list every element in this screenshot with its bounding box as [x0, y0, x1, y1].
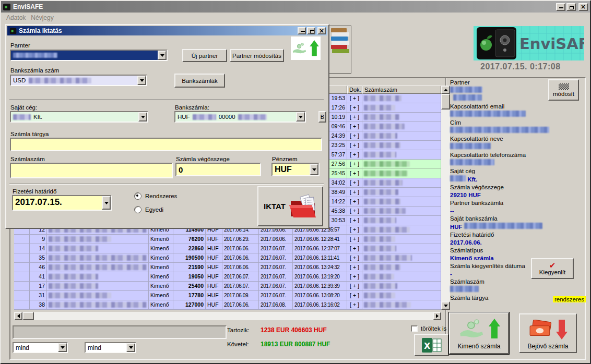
cell-dok[interactable]: [ + ] [347, 263, 362, 272]
cell-dok[interactable]: [ + ] [347, 131, 362, 141]
table-row[interactable]: 35Kimenő190500HUF2017.06.06.2017.06.07.2… [14, 253, 441, 263]
own-company-combo[interactable]: Kft. [10, 111, 148, 123]
vscroll-thumb[interactable] [441, 94, 450, 110]
cell-dok[interactable]: [ + ] [347, 122, 362, 131]
chevron-down-icon[interactable] [58, 343, 67, 352]
dialog-minimize-button[interactable] [298, 27, 306, 34]
total-input[interactable]: 0 [175, 163, 261, 176]
dialog-close-button[interactable]: × [317, 27, 326, 34]
scroll-down-button[interactable] [441, 301, 450, 310]
currency-combo[interactable]: HUF [271, 163, 320, 176]
table-row[interactable]: 31Kimenő17780HUF2017.06.09.2017.06.07.20… [14, 291, 441, 300]
cell-dok[interactable]: [ + ] [347, 150, 362, 160]
cell-dok[interactable]: [ + ] [347, 160, 362, 169]
radio-regular[interactable] [134, 192, 141, 200]
schedule-single-option[interactable]: Egyedi [134, 206, 163, 213]
cell-partner-name [47, 253, 149, 263]
radio-single[interactable] [134, 206, 141, 213]
partner-label: Parnter [10, 42, 30, 48]
cell-dok[interactable]: [ + ] [347, 225, 362, 235]
redacted-text [49, 283, 98, 289]
cell-dok[interactable]: [ + ] [347, 272, 362, 282]
menu-nevjegy[interactable]: Névjegy [31, 14, 53, 21]
books-button[interactable] [329, 26, 351, 74]
cell-dok[interactable]: [ + ] [347, 103, 362, 113]
menu-adatok[interactable]: Adatok [6, 14, 26, 21]
filter-combo-2[interactable]: mind [85, 342, 136, 353]
bejovo-szamla-button[interactable]: Bejövő számla [519, 313, 577, 353]
cell-dok[interactable]: [ + ] [347, 282, 362, 291]
modosit-label: módosít [553, 91, 574, 97]
table-hscrollbar[interactable] [14, 312, 441, 320]
window-maximize-button[interactable] [566, 3, 576, 11]
cell-dok[interactable]: [ + ] [347, 113, 362, 122]
new-partner-button[interactable]: Új partner [182, 49, 227, 62]
cell-dok[interactable]: [ + ] [347, 197, 362, 207]
chevron-down-icon[interactable] [137, 76, 146, 85]
own-bank-combo[interactable]: HUF 00000 [174, 111, 306, 123]
cell-dok[interactable]: [ + ] [347, 207, 362, 216]
column-header[interactable]: Számlaszám [362, 86, 441, 94]
cell-invoice-no [362, 225, 441, 235]
window-minimize-button[interactable] [556, 3, 565, 11]
scroll-left-button[interactable] [14, 312, 22, 320]
chevron-down-icon[interactable] [102, 196, 111, 210]
cell-dok[interactable]: [ + ] [347, 178, 362, 188]
table-row[interactable]: 46Kimenő21590HUF2017.06.06.2017.06.07.20… [14, 263, 441, 272]
cell-dok[interactable]: [ + ] [347, 169, 362, 178]
column-header[interactable]: Dok. [347, 86, 362, 94]
b-button[interactable]: B [318, 111, 326, 123]
filter-combo-1[interactable]: mind [13, 342, 68, 353]
cell-dok[interactable]: [ + ] [347, 216, 362, 225]
cell-dok[interactable]: [ + ] [347, 291, 362, 300]
chevron-down-icon[interactable] [126, 343, 135, 352]
scroll-up-button[interactable] [441, 86, 450, 94]
cell-partner-name [47, 282, 149, 291]
hand-coins-icon [458, 319, 486, 339]
due-date-combo[interactable]: 2017.07.15. [12, 195, 112, 211]
kimeno-szamla-button[interactable]: Kimenő számla [449, 312, 509, 354]
schedule-regular-option[interactable]: Rendszeres [134, 192, 177, 200]
cell-dok[interactable]: [ + ] [347, 244, 362, 253]
table-row[interactable]: 38Kimenő127000HUF2017.06.06.2017.06.08.2… [14, 300, 441, 310]
bank-account-combo[interactable]: USD [10, 75, 147, 86]
cell-dok[interactable]: [ + ] [347, 94, 362, 103]
info-field: Számla tárgya [450, 294, 552, 309]
separator [9, 99, 324, 100]
window-close-button[interactable]: × [578, 3, 588, 11]
cell-dok[interactable]: [ + ] [347, 141, 362, 150]
dialog-maximize-button[interactable] [307, 27, 315, 34]
redacted-text [364, 152, 396, 157]
cell-invoice-no [362, 235, 441, 244]
table-row[interactable]: 17Kimenő25400HUF2017.06.07.2017.06.07.20… [14, 282, 441, 291]
envisafe-window: EnviSAFE × Adatok Névjegy EnviSAFE 2017.… [0, 0, 591, 364]
chevron-down-icon[interactable] [158, 51, 167, 60]
table-row[interactable]: 41Kimenő19050HUF2017.06.07.2017.06.07.20… [14, 272, 441, 282]
invoice-no-input[interactable] [10, 163, 173, 178]
chevron-down-icon[interactable] [310, 164, 318, 175]
partner-combo[interactable] [10, 50, 168, 61]
iktat-button[interactable]: IKTAT [257, 186, 323, 226]
excel-export-button[interactable]: X [414, 334, 449, 356]
table-row[interactable]: 9Kimenő76200HUF2017.06.29.2017.06.06.201… [14, 235, 441, 244]
chevron-down-icon[interactable] [138, 112, 147, 122]
bank-accounts-button[interactable]: Bankszámlák [174, 74, 225, 88]
hscroll-thumb[interactable] [22, 312, 34, 320]
partner-modify-button[interactable]: Partner módosítás [230, 49, 284, 62]
cell-dok[interactable]: [ + ] [347, 188, 362, 197]
cell-dok[interactable]: [ + ] [347, 253, 362, 263]
redacted-text [364, 142, 400, 148]
deleted-checkbox[interactable] [411, 325, 418, 332]
cell-invoice-no [362, 300, 441, 310]
kiegyenlit-button[interactable]: ✔ Kiegyenlít [531, 258, 574, 279]
modosit-button[interactable]: módosít [548, 79, 579, 101]
cell-dok[interactable]: [ + ] [347, 300, 362, 310]
scroll-right-button[interactable] [433, 312, 441, 320]
cell-dok[interactable]: [ + ] [347, 235, 362, 244]
table-vscrollbar[interactable] [441, 86, 450, 310]
chevron-down-icon[interactable] [296, 112, 305, 122]
table-row[interactable]: 14Kimenő22860HUF2017.06.06.2017.06.07.20… [14, 244, 441, 253]
cell-row-number: 41 [30, 272, 47, 282]
subject-input[interactable] [10, 138, 322, 151]
cell-invoice-no [362, 122, 441, 131]
